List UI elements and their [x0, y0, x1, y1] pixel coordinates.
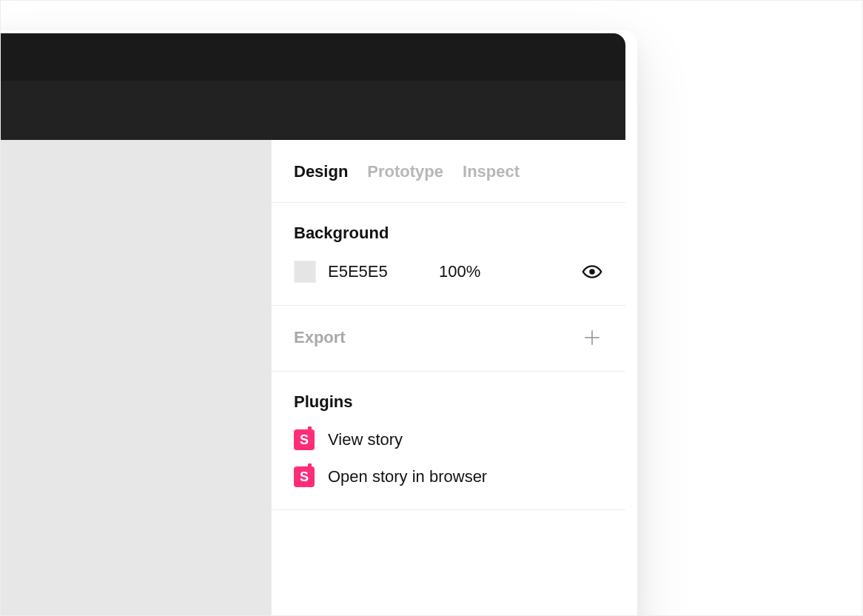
visibility-toggle[interactable] [581, 261, 603, 283]
tab-inspect[interactable]: Inspect [463, 162, 520, 181]
background-hex-input[interactable]: E5E5E5 [328, 262, 417, 281]
svg-point-0 [589, 269, 594, 274]
page-frame: Design Prototype Inspect Background E5E5… [0, 0, 863, 616]
plugins-section: Plugins S View story S [272, 372, 625, 510]
plugin-item-view-story[interactable]: S View story [294, 429, 603, 450]
titlebar [1, 33, 625, 81]
export-section: Export [272, 306, 625, 372]
plugins-title: Plugins [294, 392, 603, 412]
eye-icon [582, 261, 602, 282]
add-export-button[interactable] [581, 327, 603, 349]
toolbar [1, 81, 625, 140]
storybook-icon: S [294, 429, 315, 450]
plugin-label: View story [328, 430, 403, 449]
background-section: Background E5E5E5 100% [272, 203, 625, 306]
plugin-list: S View story S Open story in browser [294, 429, 603, 487]
content-area: Design Prototype Inspect Background E5E5… [1, 140, 625, 616]
background-title: Background [294, 224, 603, 243]
background-swatch[interactable] [294, 261, 316, 283]
storybook-icon: S [294, 466, 315, 487]
inspector-panel: Design Prototype Inspect Background E5E5… [271, 140, 625, 616]
plugin-item-open-story[interactable]: S Open story in browser [294, 466, 603, 487]
app-window: Design Prototype Inspect Background E5E5… [1, 33, 625, 616]
tab-prototype[interactable]: Prototype [367, 162, 443, 181]
plugin-label: Open story in browser [328, 467, 487, 486]
background-row: E5E5E5 100% [294, 261, 603, 283]
background-opacity-input[interactable]: 100% [439, 262, 506, 281]
export-title: Export [294, 328, 346, 347]
canvas-area[interactable] [1, 140, 271, 616]
plus-icon [582, 328, 602, 347]
inspector-tabs: Design Prototype Inspect [272, 140, 625, 203]
tab-design[interactable]: Design [294, 162, 348, 181]
